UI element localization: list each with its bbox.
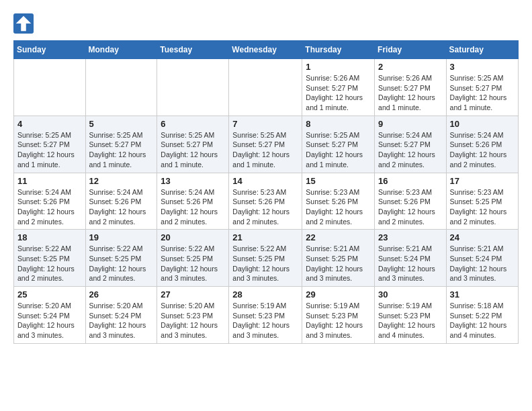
day-number: 14 bbox=[232, 176, 298, 186]
calendar-cell bbox=[14, 59, 86, 116]
day-info: Sunrise: 5:18 AM Sunset: 5:22 PM Dayligh… bbox=[450, 301, 515, 340]
day-info: Sunrise: 5:26 AM Sunset: 5:27 PM Dayligh… bbox=[306, 73, 371, 113]
calendar-week-row: 1Sunrise: 5:26 AM Sunset: 5:27 PM Daylig… bbox=[14, 59, 519, 116]
day-number: 24 bbox=[450, 232, 515, 242]
day-number: 17 bbox=[450, 176, 515, 186]
day-info: Sunrise: 5:21 AM Sunset: 5:25 PM Dayligh… bbox=[306, 244, 371, 283]
calendar-cell: 26Sunrise: 5:20 AM Sunset: 5:24 PM Dayli… bbox=[85, 287, 157, 344]
calendar-cell: 17Sunrise: 5:23 AM Sunset: 5:25 PM Dayli… bbox=[446, 173, 518, 230]
day-info: Sunrise: 5:25 AM Sunset: 5:27 PM Dayligh… bbox=[450, 73, 515, 113]
calendar-cell: 5Sunrise: 5:25 AM Sunset: 5:27 PM Daylig… bbox=[85, 116, 157, 173]
day-number: 26 bbox=[89, 289, 154, 300]
day-number: 20 bbox=[161, 232, 225, 242]
calendar-cell bbox=[85, 59, 157, 116]
day-info: Sunrise: 5:23 AM Sunset: 5:26 PM Dayligh… bbox=[378, 187, 443, 227]
calendar-cell: 22Sunrise: 5:21 AM Sunset: 5:25 PM Dayli… bbox=[302, 230, 375, 287]
day-number: 31 bbox=[450, 289, 515, 300]
calendar-table: SundayMondayTuesdayWednesdayThursdayFrid… bbox=[13, 40, 519, 344]
day-info: Sunrise: 5:25 AM Sunset: 5:27 PM Dayligh… bbox=[17, 130, 82, 170]
calendar-cell: 29Sunrise: 5:19 AM Sunset: 5:23 PM Dayli… bbox=[302, 287, 375, 344]
day-number: 23 bbox=[378, 232, 443, 242]
day-info: Sunrise: 5:25 AM Sunset: 5:27 PM Dayligh… bbox=[306, 130, 371, 170]
day-info: Sunrise: 5:20 AM Sunset: 5:23 PM Dayligh… bbox=[161, 301, 225, 340]
logo bbox=[13, 13, 36, 34]
calendar-week-row: 4Sunrise: 5:25 AM Sunset: 5:27 PM Daylig… bbox=[14, 116, 519, 173]
calendar-cell: 31Sunrise: 5:18 AM Sunset: 5:22 PM Dayli… bbox=[446, 287, 518, 344]
calendar-cell: 7Sunrise: 5:25 AM Sunset: 5:27 PM Daylig… bbox=[229, 116, 302, 173]
calendar-cell: 8Sunrise: 5:25 AM Sunset: 5:27 PM Daylig… bbox=[302, 116, 375, 173]
calendar-cell: 25Sunrise: 5:20 AM Sunset: 5:24 PM Dayli… bbox=[14, 287, 86, 344]
calendar-cell: 19Sunrise: 5:22 AM Sunset: 5:25 PM Dayli… bbox=[85, 230, 157, 287]
calendar-cell: 10Sunrise: 5:24 AM Sunset: 5:26 PM Dayli… bbox=[446, 116, 518, 173]
day-number: 27 bbox=[161, 289, 225, 300]
calendar-cell: 4Sunrise: 5:25 AM Sunset: 5:27 PM Daylig… bbox=[14, 116, 86, 173]
day-info: Sunrise: 5:21 AM Sunset: 5:24 PM Dayligh… bbox=[450, 244, 515, 283]
day-number: 1 bbox=[306, 62, 371, 72]
calendar-cell: 9Sunrise: 5:24 AM Sunset: 5:27 PM Daylig… bbox=[375, 116, 447, 173]
day-info: Sunrise: 5:24 AM Sunset: 5:26 PM Dayligh… bbox=[450, 130, 515, 170]
day-info: Sunrise: 5:24 AM Sunset: 5:26 PM Dayligh… bbox=[161, 187, 225, 227]
calendar-cell: 2Sunrise: 5:26 AM Sunset: 5:27 PM Daylig… bbox=[375, 59, 447, 116]
day-info: Sunrise: 5:25 AM Sunset: 5:27 PM Dayligh… bbox=[232, 130, 298, 170]
day-info: Sunrise: 5:26 AM Sunset: 5:27 PM Dayligh… bbox=[378, 73, 443, 113]
calendar-cell: 27Sunrise: 5:20 AM Sunset: 5:23 PM Dayli… bbox=[157, 287, 229, 344]
calendar-cell: 12Sunrise: 5:24 AM Sunset: 5:26 PM Dayli… bbox=[85, 173, 157, 230]
day-info: Sunrise: 5:22 AM Sunset: 5:25 PM Dayligh… bbox=[161, 244, 225, 283]
calendar-cell: 13Sunrise: 5:24 AM Sunset: 5:26 PM Dayli… bbox=[157, 173, 229, 230]
weekday-header-wednesday: Wednesday bbox=[229, 41, 302, 59]
weekday-header-row: SundayMondayTuesdayWednesdayThursdayFrid… bbox=[14, 41, 519, 59]
calendar-cell: 16Sunrise: 5:23 AM Sunset: 5:26 PM Dayli… bbox=[375, 173, 447, 230]
day-number: 13 bbox=[161, 176, 225, 186]
day-info: Sunrise: 5:21 AM Sunset: 5:24 PM Dayligh… bbox=[378, 244, 443, 283]
calendar-cell: 30Sunrise: 5:19 AM Sunset: 5:23 PM Dayli… bbox=[375, 287, 447, 344]
calendar-week-row: 11Sunrise: 5:24 AM Sunset: 5:26 PM Dayli… bbox=[14, 173, 519, 230]
calendar-cell: 20Sunrise: 5:22 AM Sunset: 5:25 PM Dayli… bbox=[157, 230, 229, 287]
weekday-header-monday: Monday bbox=[85, 41, 157, 59]
calendar-cell: 21Sunrise: 5:22 AM Sunset: 5:25 PM Dayli… bbox=[229, 230, 302, 287]
day-number: 5 bbox=[89, 119, 154, 129]
day-info: Sunrise: 5:25 AM Sunset: 5:27 PM Dayligh… bbox=[161, 130, 225, 170]
day-number: 2 bbox=[378, 62, 443, 72]
weekday-header-sunday: Sunday bbox=[14, 41, 86, 59]
day-info: Sunrise: 5:19 AM Sunset: 5:23 PM Dayligh… bbox=[306, 301, 371, 340]
logo-icon bbox=[13, 13, 34, 34]
day-number: 10 bbox=[450, 119, 515, 129]
calendar-cell: 1Sunrise: 5:26 AM Sunset: 5:27 PM Daylig… bbox=[302, 59, 375, 116]
weekday-header-tuesday: Tuesday bbox=[157, 41, 229, 59]
day-number: 16 bbox=[378, 176, 443, 186]
day-info: Sunrise: 5:19 AM Sunset: 5:23 PM Dayligh… bbox=[232, 301, 298, 340]
day-number: 29 bbox=[306, 289, 371, 300]
day-info: Sunrise: 5:20 AM Sunset: 5:24 PM Dayligh… bbox=[17, 301, 82, 340]
day-number: 4 bbox=[17, 119, 82, 129]
day-number: 25 bbox=[17, 289, 82, 300]
weekday-header-saturday: Saturday bbox=[446, 41, 518, 59]
calendar-cell: 11Sunrise: 5:24 AM Sunset: 5:26 PM Dayli… bbox=[14, 173, 86, 230]
calendar-cell bbox=[229, 59, 302, 116]
calendar-cell: 23Sunrise: 5:21 AM Sunset: 5:24 PM Dayli… bbox=[375, 230, 447, 287]
day-number: 6 bbox=[161, 119, 225, 129]
day-number: 28 bbox=[232, 289, 298, 300]
calendar-cell: 28Sunrise: 5:19 AM Sunset: 5:23 PM Dayli… bbox=[229, 287, 302, 344]
weekday-header-thursday: Thursday bbox=[302, 41, 375, 59]
calendar-cell: 3Sunrise: 5:25 AM Sunset: 5:27 PM Daylig… bbox=[446, 59, 518, 116]
day-info: Sunrise: 5:24 AM Sunset: 5:26 PM Dayligh… bbox=[17, 187, 82, 227]
day-number: 30 bbox=[378, 289, 443, 300]
day-number: 11 bbox=[17, 176, 82, 186]
day-number: 21 bbox=[232, 232, 298, 242]
day-info: Sunrise: 5:24 AM Sunset: 5:27 PM Dayligh… bbox=[378, 130, 443, 170]
day-number: 18 bbox=[17, 232, 82, 242]
day-number: 19 bbox=[89, 232, 154, 242]
day-info: Sunrise: 5:20 AM Sunset: 5:24 PM Dayligh… bbox=[89, 301, 154, 340]
calendar-cell: 18Sunrise: 5:22 AM Sunset: 5:25 PM Dayli… bbox=[14, 230, 86, 287]
day-info: Sunrise: 5:25 AM Sunset: 5:27 PM Dayligh… bbox=[89, 130, 154, 170]
calendar-cell: 6Sunrise: 5:25 AM Sunset: 5:27 PM Daylig… bbox=[157, 116, 229, 173]
calendar-cell: 14Sunrise: 5:23 AM Sunset: 5:26 PM Dayli… bbox=[229, 173, 302, 230]
day-number: 22 bbox=[306, 232, 371, 242]
day-info: Sunrise: 5:22 AM Sunset: 5:25 PM Dayligh… bbox=[89, 244, 154, 283]
day-number: 3 bbox=[450, 62, 515, 72]
day-info: Sunrise: 5:22 AM Sunset: 5:25 PM Dayligh… bbox=[232, 244, 298, 283]
day-number: 9 bbox=[378, 119, 443, 129]
day-info: Sunrise: 5:23 AM Sunset: 5:25 PM Dayligh… bbox=[450, 187, 515, 227]
day-number: 12 bbox=[89, 176, 154, 186]
day-info: Sunrise: 5:24 AM Sunset: 5:26 PM Dayligh… bbox=[89, 187, 154, 227]
